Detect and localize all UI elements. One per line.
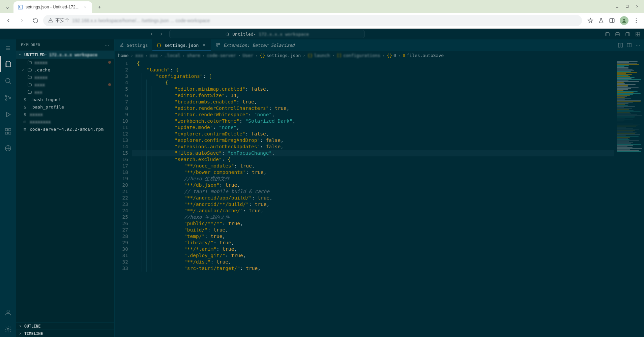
tab-icon: {} [156, 43, 162, 48]
tree-item[interactable]: $.bash_logout [16, 96, 114, 103]
maximize-icon[interactable] [625, 4, 629, 8]
minimize-icon[interactable] [615, 4, 619, 8]
reload-button[interactable] [30, 15, 41, 26]
tab-favicon-icon [18, 4, 23, 10]
tree-item-label: .cache [34, 67, 50, 72]
minimap[interactable] [614, 60, 644, 337]
editor-tab[interactable]: Extension: Better Solarized [211, 39, 299, 51]
breadcrumb-item[interactable]: {}settings.json [260, 53, 301, 58]
compare-icon[interactable] [618, 42, 623, 48]
explorer-view-icon[interactable] [0, 56, 16, 72]
tree-item[interactable]: xxxxx [16, 73, 114, 81]
explorer-sidebar: EXPLORER UNTITLED-172.x.x.x workspace xx… [16, 39, 115, 337]
tab-close-icon[interactable] [83, 4, 88, 10]
timeline-section[interactable]: TIMELINE [16, 330, 114, 337]
new-tab-button[interactable] [95, 2, 104, 12]
breadcrumb-item[interactable]: {}launch [308, 53, 330, 58]
breadcrumb-item[interactable]: share [187, 53, 200, 58]
tree-item-label: xxx [34, 90, 42, 95]
file-icon: $ [22, 104, 28, 110]
breadcrumb-item[interactable]: {}0 [387, 53, 396, 58]
layout-toggle-bottom-icon[interactable] [614, 30, 621, 38]
window-controls [615, 0, 644, 13]
layout-customize-icon[interactable] [634, 30, 641, 38]
svg-point-4 [636, 20, 637, 21]
svg-rect-18 [5, 129, 7, 131]
split-editor-icon[interactable] [626, 42, 632, 48]
code-editor[interactable]: 1234567891011121314151617181920212223242… [115, 60, 644, 337]
breadcrumb-item[interactable]: []configurations [336, 53, 380, 58]
svg-point-25 [105, 44, 106, 45]
svg-point-23 [7, 310, 9, 312]
close-icon[interactable] [201, 43, 207, 47]
outline-label: OUTLINE [24, 324, 40, 329]
tree-item[interactable]: xxx [16, 88, 114, 96]
tree-item[interactable]: xxxx [16, 81, 114, 88]
sidebar-more-icon[interactable] [104, 42, 110, 48]
tree-item-label: xxxxx [34, 75, 48, 80]
svg-rect-7 [605, 32, 609, 36]
extensions-icon[interactable] [0, 124, 16, 139]
bookmark-icon[interactable] [587, 18, 593, 24]
command-center[interactable]: Untitled-172.x.x.x workspace [169, 30, 365, 38]
outline-section[interactable]: OUTLINE [16, 322, 114, 330]
svg-rect-1 [610, 19, 614, 23]
title-back-button[interactable] [148, 30, 156, 38]
tree-item[interactable]: $xxxxx [16, 111, 114, 118]
labs-icon[interactable] [598, 18, 604, 24]
breadcrumb-item[interactable]: User [242, 53, 253, 58]
layout-toggle-left-icon[interactable] [604, 30, 611, 38]
tree-item[interactable]: $.bash_profile [16, 103, 114, 111]
forward-button[interactable] [16, 15, 28, 26]
editor-more-icon[interactable] [635, 42, 641, 48]
browser-chrome: settings.json - Untitled-172… 不安全 192.16… [0, 0, 644, 29]
workspace-root[interactable]: UNTITLED-172.x.x.x workspace [16, 51, 114, 59]
accounts-icon[interactable] [0, 305, 16, 320]
browser-menu-icon[interactable] [633, 18, 639, 24]
remote-explorer-icon[interactable] [0, 141, 16, 156]
chevron-down-icon [18, 53, 22, 57]
sidepanel-icon[interactable] [609, 18, 615, 24]
breadcrumb-item[interactable]: ⊟files.autoSave [403, 53, 444, 58]
breadcrumb-item[interactable]: home [118, 53, 128, 58]
browser-tab[interactable]: settings.json - Untitled-172… [13, 1, 92, 13]
menu-button[interactable] [0, 41, 16, 55]
chevron-right-icon [21, 75, 25, 80]
svg-rect-9 [625, 32, 629, 36]
breadcrumbs[interactable]: home›xxx›xxx›.local›share›code-server›Us… [115, 51, 644, 60]
svg-rect-32 [218, 43, 220, 45]
toolbar-actions [584, 16, 641, 25]
breadcrumb-item[interactable]: .local [165, 53, 180, 58]
sidebar-title: EXPLORER [21, 43, 40, 47]
tab-search-button[interactable] [3, 3, 12, 13]
tree-item[interactable]: ≡code-server-4.92.2-amd64.rpm [16, 125, 114, 133]
source-control-icon[interactable] [0, 90, 16, 105]
code-content[interactable]: {"launch": {"configurations": [{"editor.… [132, 60, 614, 337]
tree-item[interactable]: .cache [16, 66, 114, 73]
close-window-icon[interactable] [635, 4, 639, 8]
tree-item[interactable]: xxxxx [16, 59, 114, 66]
tree-item[interactable]: ⊞xxxxxxxx [16, 118, 114, 125]
insecure-badge[interactable]: 不安全 [48, 18, 69, 24]
editor-area: Settings{}settings.jsonExtension: Better… [115, 39, 644, 337]
editor-tab[interactable]: Settings [115, 39, 152, 51]
editor-tab[interactable]: {}settings.json [152, 39, 211, 51]
search-view-icon[interactable] [0, 73, 16, 89]
breadcrumb-item[interactable]: xxx [135, 53, 143, 58]
title-forward-button[interactable] [157, 30, 165, 38]
address-bar[interactable]: 不安全 192.168.x.x /workspace/home/... /set… [43, 15, 582, 26]
svg-rect-33 [216, 45, 217, 47]
run-debug-icon[interactable] [0, 107, 16, 122]
layout-toggle-right-icon[interactable] [624, 30, 631, 38]
svg-point-29 [121, 45, 122, 45]
editor-tab-actions [618, 39, 644, 51]
back-button[interactable] [3, 15, 14, 26]
insecure-label: 不安全 [55, 18, 69, 24]
settings-gear-icon[interactable] [0, 321, 16, 337]
breadcrumb-item[interactable]: xxx [150, 53, 157, 58]
svg-point-15 [5, 95, 7, 97]
tab-label: Extension: Better Solarized [223, 43, 294, 48]
breadcrumb-item[interactable]: code-server [207, 53, 236, 58]
command-center-blur: 172.x.x.x workspace [259, 32, 309, 37]
profile-avatar[interactable] [620, 16, 628, 25]
